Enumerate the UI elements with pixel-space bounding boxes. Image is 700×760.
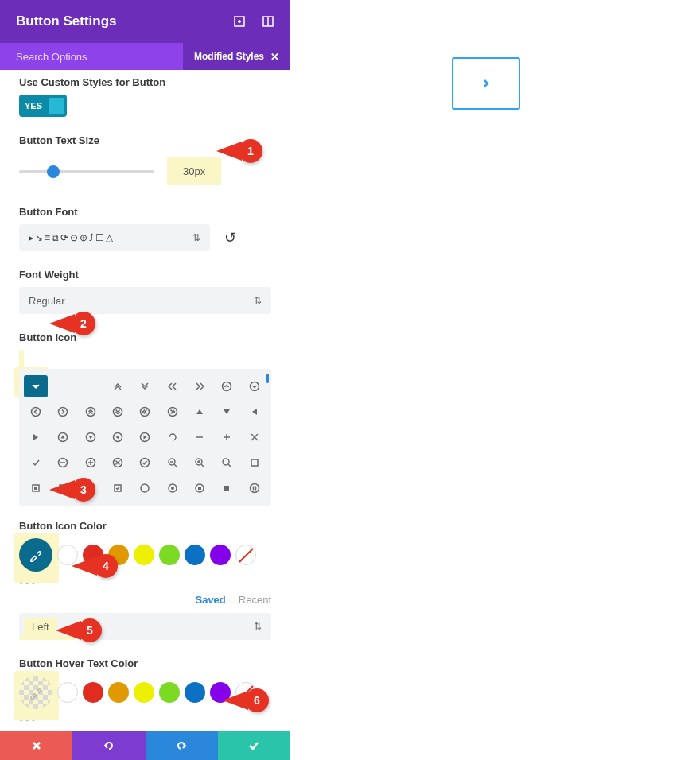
icon-blank[interactable] <box>79 375 103 397</box>
icon-circle-caret-right[interactable] <box>133 426 157 448</box>
icon-square-minus[interactable] <box>51 477 75 499</box>
icon-circle-plus[interactable] <box>79 452 103 474</box>
text-size-label: Button Text Size <box>19 134 271 146</box>
icon-caret-up[interactable] <box>188 401 212 423</box>
icon-radio[interactable] <box>161 477 185 499</box>
icon-circle-minus[interactable] <box>51 452 75 474</box>
modified-styles-tag[interactable]: Modified Styles ✕ <box>183 43 290 70</box>
hover-color-picker[interactable] <box>19 676 52 709</box>
icon-circle-caret-left[interactable] <box>106 426 130 448</box>
icon-circle-x[interactable] <box>106 452 130 474</box>
swatch-purple[interactable] <box>210 682 231 703</box>
save-button[interactable] <box>218 731 290 760</box>
icon-square[interactable] <box>243 452 266 474</box>
icon-grid[interactable] <box>19 369 271 506</box>
swatch-white[interactable] <box>57 682 78 703</box>
swatch-orange[interactable] <box>108 545 129 565</box>
svg-marker-17 <box>61 436 65 439</box>
icon-plus[interactable] <box>215 426 239 448</box>
icon-circle-chevrons-up[interactable] <box>79 401 103 423</box>
icon-circle-down[interactable] <box>243 375 266 397</box>
custom-styles-toggle[interactable]: YES <box>19 95 67 117</box>
icon-quote-right[interactable] <box>188 375 212 397</box>
focus-icon[interactable] <box>233 15 246 28</box>
icon-square-plus[interactable] <box>79 477 103 499</box>
icon-circle-left[interactable] <box>24 401 48 423</box>
custom-styles-label: Use Custom Styles for Button <box>19 76 271 88</box>
icon-circle-caret-up[interactable] <box>51 426 75 448</box>
icon-zoom-out[interactable] <box>161 452 185 474</box>
font-select[interactable]: ▸↘≡⧉⟳⊙⊕⤴☐△ ⇅ <box>19 224 210 251</box>
grid-scroll-indicator <box>266 374 269 383</box>
swatch-orange[interactable] <box>108 682 129 703</box>
icon-circle-dbl-left[interactable] <box>133 401 157 423</box>
icon-zoom-in[interactable] <box>188 452 212 474</box>
swatch-blue[interactable] <box>185 545 205 565</box>
cancel-button[interactable] <box>0 731 72 760</box>
undo-button[interactable] <box>72 731 145 760</box>
icon-circle-up[interactable] <box>215 375 239 397</box>
close-icon[interactable]: ✕ <box>270 51 279 63</box>
icon-record[interactable] <box>188 477 212 499</box>
swatch-purple[interactable] <box>210 545 231 565</box>
icon-color-picker[interactable] <box>19 538 52 572</box>
icon-quote-left[interactable] <box>161 375 185 397</box>
icon-pause[interactable] <box>243 477 266 499</box>
preview-button[interactable] <box>452 57 520 110</box>
icon-chevron-down[interactable] <box>24 375 48 397</box>
svg-marker-23 <box>144 436 147 440</box>
icon-caret-right[interactable] <box>24 426 48 448</box>
icon-placement-value: Left <box>24 618 57 636</box>
icon-chevrons-down[interactable] <box>133 375 157 397</box>
text-size-value[interactable]: 30px <box>177 162 212 180</box>
swatch-yellow[interactable] <box>134 545 154 565</box>
svg-marker-13 <box>224 409 230 414</box>
search-input[interactable]: Search Options <box>16 51 88 63</box>
font-weight-select[interactable]: Regular ⇅ <box>19 287 271 314</box>
icon-label: Button Icon <box>19 332 271 343</box>
swatch-none[interactable] <box>235 545 256 565</box>
icon-circle-dbl-right[interactable] <box>161 401 185 423</box>
icon-search[interactable] <box>215 452 239 474</box>
icon-blank[interactable] <box>51 375 75 397</box>
swatch-red[interactable] <box>83 545 103 565</box>
svg-point-1 <box>239 21 241 23</box>
toggle-yes: YES <box>25 101 42 111</box>
icon-circle[interactable] <box>133 477 157 499</box>
icon-circle-chevrons-down[interactable] <box>106 401 130 423</box>
svg-point-7 <box>59 408 68 417</box>
icon-circle-right[interactable] <box>51 401 75 423</box>
swatch-white[interactable] <box>57 545 78 565</box>
svg-marker-14 <box>252 409 257 415</box>
settings-scroll[interactable]: Use Custom Styles for Button YES Button … <box>0 70 290 731</box>
panel-title: Button Settings <box>16 14 117 29</box>
icon-check[interactable] <box>24 452 48 474</box>
swatch-none[interactable] <box>235 682 256 703</box>
icon-square-filled[interactable] <box>24 477 48 499</box>
icon-chevrons-up[interactable] <box>106 375 130 397</box>
slider-thumb[interactable] <box>47 165 60 178</box>
swatch-yellow[interactable] <box>134 682 154 703</box>
icon-square-check[interactable] <box>106 477 130 499</box>
redo-button[interactable] <box>146 731 218 760</box>
settings-panel: Button Settings Search Options Modified … <box>0 0 290 760</box>
icon-circle-check[interactable] <box>133 452 157 474</box>
icon-stop[interactable] <box>215 477 239 499</box>
reset-font-icon[interactable]: ↺ <box>224 229 236 246</box>
chevron-updown-icon: ⇅ <box>254 295 262 306</box>
icon-minus[interactable] <box>188 426 212 448</box>
swatch-blue[interactable] <box>185 682 205 703</box>
svg-point-62 <box>250 484 259 493</box>
icon-caret-down[interactable] <box>215 401 239 423</box>
icon-caret-left[interactable] <box>243 401 266 423</box>
saved-tab[interactable]: Saved <box>195 594 225 606</box>
swatch-green[interactable] <box>159 682 180 703</box>
icon-circle-caret-down[interactable] <box>79 426 103 448</box>
layout-icon[interactable] <box>262 15 274 28</box>
icon-close[interactable] <box>243 426 266 448</box>
recent-tab[interactable]: Recent <box>239 594 271 606</box>
swatch-red[interactable] <box>83 682 103 703</box>
swatch-green[interactable] <box>159 545 180 565</box>
text-size-slider[interactable] <box>19 170 154 173</box>
icon-undo[interactable] <box>161 426 185 448</box>
